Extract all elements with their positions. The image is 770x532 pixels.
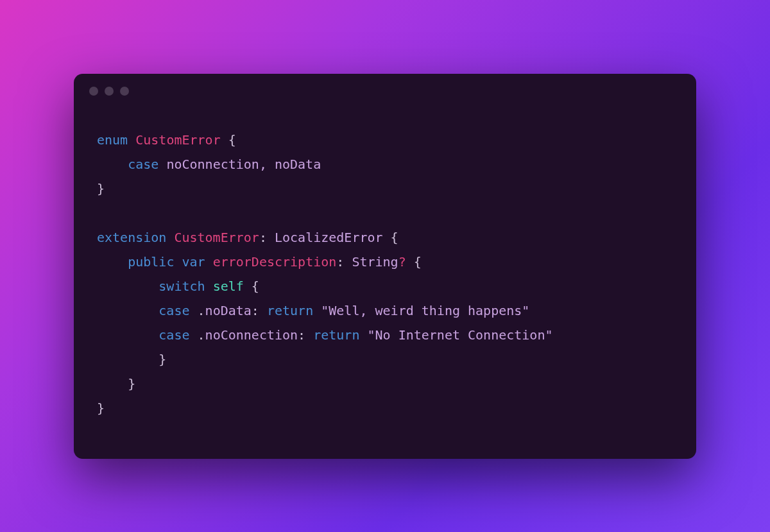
code-line: public var errorDescription: String? { (97, 254, 422, 270)
code-line: switch self { (97, 279, 259, 294)
traffic-light-minimize-icon[interactable] (105, 87, 114, 96)
window-titlebar (74, 74, 696, 96)
code-line: } (97, 400, 105, 416)
code-line: } (97, 376, 135, 391)
code-line: extension CustomError: LocalizedError { (97, 230, 398, 245)
code-line: case noConnection, noData (97, 157, 321, 172)
traffic-light-zoom-icon[interactable] (120, 87, 129, 96)
code-window: enum CustomError { case noConnection, no… (74, 74, 696, 459)
code-line: } (97, 352, 166, 367)
code-block: enum CustomError { case noConnection, no… (74, 96, 696, 459)
code-line: case .noConnection: return "No Internet … (97, 327, 552, 343)
code-line: } (97, 181, 105, 196)
traffic-light-close-icon[interactable] (89, 87, 98, 96)
code-line: enum CustomError { (97, 132, 236, 148)
code-line: case .noData: return "Well, weird thing … (97, 303, 529, 318)
